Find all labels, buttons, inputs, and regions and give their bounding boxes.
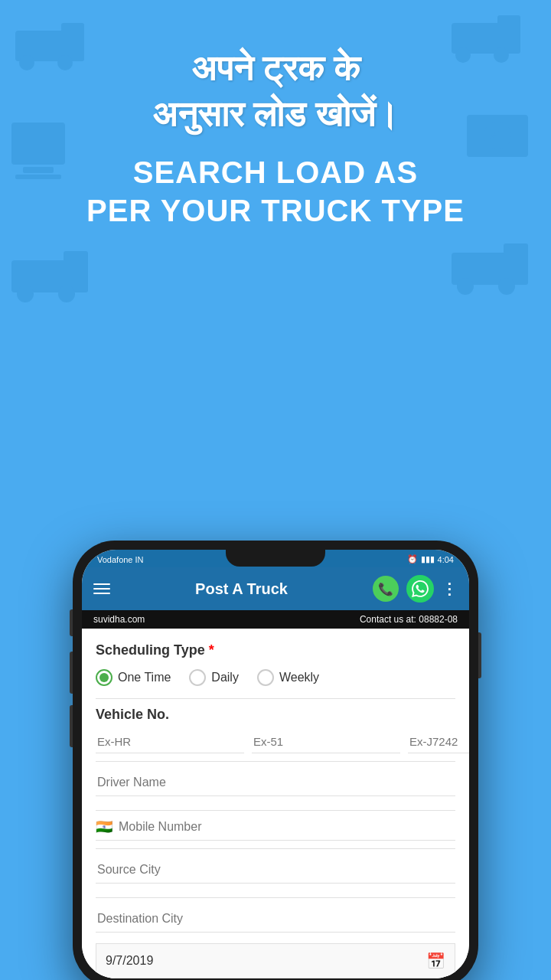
- menu-button[interactable]: [93, 583, 110, 594]
- svg-point-16: [17, 286, 34, 302]
- scheduling-type-label: Scheduling Type *: [96, 642, 455, 658]
- call-button[interactable]: 📞: [373, 576, 399, 602]
- app-header: Post A Truck 📞 ⋮: [82, 567, 469, 610]
- divider-1: [96, 698, 455, 699]
- radio-weekly-label: Weekly: [279, 671, 319, 684]
- english-title: SEARCH LOAD AS PER YOUR TRUCK TYPE: [31, 153, 520, 230]
- more-options-button[interactable]: ⋮: [442, 580, 458, 598]
- radio-one-time-indicator: [96, 669, 112, 686]
- scheduling-radio-group: One Time Daily Weekly: [96, 669, 455, 686]
- vehicle-part-2-input[interactable]: [252, 730, 400, 753]
- radio-daily[interactable]: Daily: [189, 669, 239, 686]
- website-text: suvidha.com: [93, 614, 145, 625]
- status-right: ⏰ ▮▮▮ 4:04: [407, 554, 454, 564]
- mobile-input-wrapper: 🇮🇳: [96, 818, 455, 841]
- divider-5: [96, 897, 455, 898]
- vehicle-inputs: [96, 730, 455, 753]
- required-indicator: *: [209, 642, 214, 658]
- battery-icon: ▮▮▮: [421, 554, 435, 564]
- vehicle-part-3-input[interactable]: [408, 730, 469, 753]
- svg-point-20: [457, 278, 474, 295]
- time-text: 4:04: [438, 555, 454, 564]
- divider-2: [96, 761, 455, 762]
- date-picker[interactable]: 9/7/2019 📅: [96, 943, 455, 978]
- form-area: Scheduling Type * One Time Daily: [82, 629, 469, 978]
- scheduling-type-section: Scheduling Type * One Time Daily: [96, 642, 455, 686]
- divider-4: [96, 848, 455, 849]
- header-icons: 📞 ⋮: [373, 575, 458, 603]
- volume-up-button: [70, 652, 73, 694]
- carrier-text: Vodafone IN: [97, 555, 144, 564]
- india-flag-icon: 🇮🇳: [96, 818, 112, 835]
- radio-daily-label: Daily: [211, 671, 239, 684]
- date-value-text: 9/7/2019: [106, 954, 153, 968]
- radio-weekly-indicator: [257, 669, 274, 686]
- phone-notch: [226, 550, 325, 567]
- calendar-icon: 📅: [426, 952, 445, 970]
- radio-daily-indicator: [189, 669, 206, 686]
- destination-city-input[interactable]: [96, 906, 455, 933]
- vehicle-no-section: Vehicle No.: [96, 707, 455, 753]
- vehicle-part-1-input[interactable]: [96, 730, 244, 753]
- volume-down-button: [70, 705, 73, 747]
- whatsapp-button[interactable]: [406, 575, 434, 603]
- radio-one-time-label: One Time: [118, 671, 171, 684]
- mute-button: [70, 609, 73, 636]
- app-title: Post A Truck: [119, 580, 364, 598]
- svg-point-17: [58, 286, 75, 302]
- hindi-title: अपने ट्रक के अनुसार लोड खोजें।: [31, 46, 520, 138]
- alarm-icon: ⏰: [407, 554, 418, 564]
- radio-weekly[interactable]: Weekly: [257, 669, 319, 686]
- contact-bar: suvidha.com Contact us at: 08882-08: [82, 610, 469, 629]
- mobile-number-input[interactable]: [119, 820, 455, 834]
- svg-point-21: [498, 278, 515, 295]
- divider-3: [96, 810, 455, 811]
- contact-text: Contact us at: 08882-08: [360, 614, 458, 625]
- power-button: [478, 632, 481, 678]
- source-city-input[interactable]: [96, 857, 455, 884]
- vehicle-no-label: Vehicle No.: [96, 707, 455, 723]
- driver-name-input[interactable]: [96, 769, 455, 796]
- radio-one-time[interactable]: One Time: [96, 669, 171, 686]
